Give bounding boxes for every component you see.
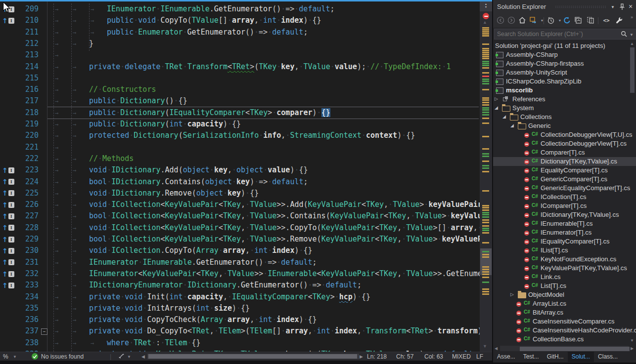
code-line[interactable]: →→void·IDictionary.Add(object·key,·objec… bbox=[53, 164, 480, 176]
code-line[interactable]: →→→public·void·CopyTo(TValue[]·array,·in… bbox=[53, 15, 480, 26]
code-line[interactable]: →→//·Methods bbox=[53, 153, 480, 164]
tree-item[interactable]: Assembly-CSharp bbox=[493, 50, 636, 59]
code-line[interactable]: →→private·void·CopyToCheck(Array·array,·… bbox=[53, 314, 480, 325]
tree-item[interactable]: C#List[T].cs bbox=[493, 282, 636, 290]
tree-item[interactable]: C#Dictionary[TKey,TValue].cs bbox=[493, 157, 636, 166]
tree-hscroll-track[interactable] bbox=[500, 346, 629, 351]
tree-item[interactable]: C#IDictionary[TKey,TValue].cs bbox=[493, 210, 636, 219]
implements-interface-icon[interactable]: ↑I bbox=[2, 199, 17, 210]
implements-interface-icon[interactable]: ↑I bbox=[2, 268, 17, 280]
implements-interface-icon[interactable]: ↑I bbox=[2, 257, 17, 268]
zoom-control[interactable]: % bbox=[3, 353, 8, 360]
health-status[interactable]: No issues found bbox=[41, 353, 84, 360]
expand-arrow-icon[interactable]: ▷ bbox=[510, 292, 514, 297]
tree-item[interactable]: ◢Generic bbox=[493, 121, 636, 130]
expand-arrow-icon[interactable]: ◢ bbox=[495, 105, 498, 110]
code-line[interactable]: →→private·delegate·TRet·Transform<TRet>(… bbox=[53, 61, 480, 73]
code-line[interactable]: →→bool·ICollection<KeyValuePair<TKey,·TV… bbox=[53, 210, 480, 222]
code-line[interactable]: →→void·ICollection<KeyValuePair<TKey,·TV… bbox=[53, 199, 480, 210]
tree-item[interactable]: C#BitArray.cs bbox=[493, 308, 636, 317]
implements-interface-icon[interactable]: ↑I bbox=[2, 210, 17, 222]
code-line[interactable]: →→protected·Dictionary(SerializationInfo… bbox=[53, 130, 480, 141]
code-line[interactable]: →→void·IDictionary.Remove(object·key)·{} bbox=[53, 188, 480, 199]
tree-hscroll-thumb[interactable] bbox=[520, 347, 630, 351]
code-line[interactable]: →→//·Constructors bbox=[53, 84, 480, 95]
tree-item[interactable]: mscorlib bbox=[493, 86, 636, 95]
tree-scroll-up-icon[interactable]: ▲ bbox=[630, 41, 634, 46]
code-line[interactable]: →→void·ICollection.CopyTo(Array·array,·i… bbox=[53, 245, 480, 256]
code-line[interactable]: →→private·void·Init(int·capacity,·IEqual… bbox=[53, 291, 480, 303]
tree-item[interactable]: Solution 'project-gui' (11 of 11 project… bbox=[493, 41, 636, 50]
code-line[interactable]: →→→where·TRet·:·TElem·{} bbox=[53, 337, 480, 349]
fold-collapse-icon[interactable]: − bbox=[41, 328, 47, 335]
code-line[interactable]: →→void·ICollection<KeyValuePair<TKey,·TV… bbox=[53, 222, 480, 234]
code-line[interactable]: → bbox=[53, 142, 480, 153]
tree-item[interactable]: C#IEqualityComparer[T].cs bbox=[493, 237, 636, 246]
implements-interface-icon[interactable]: ↑I bbox=[2, 280, 17, 291]
code-line[interactable]: →→public·Dictionary(int·capacity)·{} bbox=[53, 119, 480, 130]
hscrollbar-thumb[interactable] bbox=[148, 354, 357, 359]
tree-item[interactable]: C#KeyValuePair[TKey,TValue].cs bbox=[493, 264, 636, 273]
tool-window-tab[interactable]: GitH... bbox=[543, 352, 568, 362]
tree-item[interactable]: Assembly-UnityScript bbox=[493, 68, 636, 77]
code-line[interactable]: →→IEnumerator<KeyValuePair<TKey,·TValue>… bbox=[53, 268, 480, 280]
tree-item[interactable]: C#CollectionBase.cs bbox=[493, 335, 636, 344]
tree-item[interactable]: C#CollectionDebuggerView[T].cs bbox=[493, 139, 636, 148]
scroll-up-arrow[interactable]: ▲ bbox=[483, 20, 487, 25]
tree-scroll-down-icon[interactable]: ▼ bbox=[630, 338, 634, 343]
tree-item[interactable]: ▷References bbox=[493, 95, 636, 104]
code-line[interactable]: → bbox=[53, 73, 480, 84]
tree-item[interactable]: C#CaseInsensitiveHashCodeProvider.cs bbox=[493, 326, 636, 335]
tool-window-tab[interactable]: Test... bbox=[519, 352, 543, 362]
code-line[interactable]: →→IEnumerator·IEnumerable.GetEnumerator(… bbox=[53, 257, 480, 268]
implements-interface-icon[interactable]: ↑I bbox=[2, 222, 17, 234]
code-cleanup-broom-icon[interactable] bbox=[118, 354, 124, 360]
tree-item[interactable]: C#CaseInsensitiveComparer.cs bbox=[493, 317, 636, 326]
tool-window-tab[interactable]: Class... bbox=[594, 352, 622, 362]
tree-item[interactable]: Assembly-CSharp-firstpass bbox=[493, 59, 636, 68]
code-line[interactable]: →→→public·Enumerator·GetEnumerator()·=>·… bbox=[53, 27, 480, 38]
tool-window-tab[interactable]: Solut... bbox=[568, 352, 594, 362]
cleanup-caret-icon[interactable]: ▼ bbox=[127, 355, 131, 359]
implements-interface-icon[interactable]: ↑I bbox=[2, 176, 17, 188]
implements-interface-icon[interactable]: ↑I bbox=[2, 15, 17, 26]
encoding-indicator[interactable]: MIXED bbox=[452, 353, 471, 360]
tree-hscroll-right-icon[interactable]: ▶ bbox=[631, 346, 634, 351]
hscroll-left-arrow[interactable]: ◀ bbox=[141, 354, 145, 359]
tree-item[interactable]: C#GenericEqualityComparer[T].cs bbox=[493, 184, 636, 193]
code-line[interactable]: →→IDictionaryEnumerator·IDictionary.GetE… bbox=[53, 280, 480, 291]
hscroll-right-arrow[interactable]: ▶ bbox=[360, 354, 363, 359]
scroll-down-arrow[interactable]: ▼ bbox=[483, 344, 487, 349]
code-line[interactable]: →→public·Dictionary(IEqualityComparer<TK… bbox=[53, 107, 480, 119]
expand-arrow-icon[interactable]: ◢ bbox=[502, 114, 506, 119]
tree-horizontal-scrollbar[interactable]: ◀ ▶ bbox=[493, 345, 636, 352]
tree-item[interactable]: C#CollectionDebuggerView[T,U].cs bbox=[493, 130, 636, 139]
tree-item[interactable]: ◢Collections bbox=[493, 113, 636, 121]
tree-hscroll-left-icon[interactable]: ◀ bbox=[495, 346, 498, 351]
tree-item[interactable]: C#Link.cs bbox=[493, 273, 636, 282]
code-editor[interactable]: 209↑I210↑I211212213214215216217218219220… bbox=[0, 0, 492, 352]
code-line[interactable]: →→private·void·InitArrays(int·size)·{} bbox=[53, 303, 480, 314]
code-line[interactable]: →→bool·ICollection<KeyValuePair<TKey,·TV… bbox=[53, 234, 480, 245]
line-ending-indicator[interactable]: LF bbox=[476, 353, 483, 360]
tree-item[interactable]: C#IEnumerable[T].cs bbox=[493, 219, 636, 228]
implements-interface-icon[interactable]: ↑I bbox=[2, 245, 17, 256]
tree-item[interactable]: C#ArrayList.cs bbox=[493, 299, 636, 308]
tree-item[interactable]: ◢System bbox=[493, 104, 636, 113]
expand-arrow-icon[interactable]: ▷ bbox=[495, 96, 498, 101]
code-line[interactable]: →→bool·IDictionary.Contains(object·key)·… bbox=[53, 176, 480, 188]
tree-item[interactable]: ICSharpCode.SharpZipLib bbox=[493, 77, 636, 86]
tree-item[interactable]: C#KeyNotFoundException.cs bbox=[493, 255, 636, 264]
tree-item[interactable]: ▷ObjectModel bbox=[493, 290, 636, 299]
tree-item[interactable]: C#IComparer[T].cs bbox=[493, 202, 636, 210]
code-line[interactable]: →→public·Dictionary()·{} bbox=[53, 95, 480, 107]
zoom-caret-icon[interactable]: ▼ bbox=[13, 355, 17, 359]
code-line[interactable]: →→} bbox=[53, 38, 480, 49]
expand-arrow-icon[interactable]: ◢ bbox=[510, 123, 514, 128]
tool-window-tab[interactable]: Asse... bbox=[493, 352, 519, 362]
code-line[interactable]: →→→IEnumerator·IEnumerable.GetEnumerator… bbox=[53, 3, 480, 15]
tree-item[interactable]: C#GenericComparer[T].cs bbox=[493, 175, 636, 184]
tree-item[interactable]: C#IEnumerator[T].cs bbox=[493, 228, 636, 237]
code-line[interactable]: → bbox=[53, 49, 480, 61]
implements-interface-icon[interactable]: ↑I bbox=[2, 164, 17, 176]
